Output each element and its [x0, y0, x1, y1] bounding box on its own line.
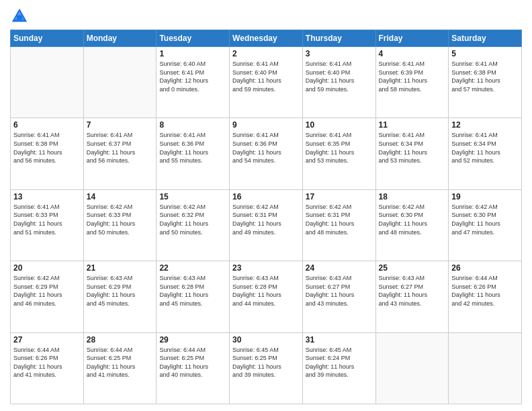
day-cell: 22Sunrise: 6:43 AM Sunset: 6:28 PM Dayli… — [157, 261, 230, 332]
svg-rect-2 — [17, 15, 22, 20]
page: SundayMondayTuesdayWednesdayThursdayFrid… — [0, 0, 532, 411]
day-info: Sunrise: 6:44 AM Sunset: 6:26 PM Dayligh… — [451, 274, 519, 308]
week-row-4: 20Sunrise: 6:42 AM Sunset: 6:29 PM Dayli… — [11, 261, 522, 332]
col-header-tuesday: Tuesday — [157, 30, 230, 47]
day-info: Sunrise: 6:41 AM Sunset: 6:40 PM Dayligh… — [306, 60, 373, 93]
day-cell: 20Sunrise: 6:42 AM Sunset: 6:29 PM Dayli… — [11, 261, 84, 332]
day-info: Sunrise: 6:42 AM Sunset: 6:31 PM Dayligh… — [306, 203, 373, 236]
day-cell — [83, 47, 157, 118]
col-header-friday: Friday — [375, 30, 449, 47]
day-number: 8 — [159, 120, 226, 130]
day-number: 5 — [451, 49, 519, 58]
day-cell: 7Sunrise: 6:41 AM Sunset: 6:37 PM Daylig… — [83, 118, 157, 189]
day-info: Sunrise: 6:41 AM Sunset: 6:36 PM Dayligh… — [159, 131, 226, 165]
day-number: 24 — [306, 263, 373, 273]
day-number: 15 — [159, 192, 226, 201]
day-info: Sunrise: 6:41 AM Sunset: 6:36 PM Dayligh… — [232, 131, 300, 165]
day-cell: 27Sunrise: 6:44 AM Sunset: 6:26 PM Dayli… — [11, 332, 84, 404]
day-cell: 9Sunrise: 6:41 AM Sunset: 6:36 PM Daylig… — [230, 118, 303, 189]
day-cell: 16Sunrise: 6:42 AM Sunset: 6:31 PM Dayli… — [230, 189, 303, 261]
day-cell: 19Sunrise: 6:42 AM Sunset: 6:30 PM Dayli… — [449, 189, 522, 261]
day-number: 28 — [87, 335, 154, 345]
day-number: 29 — [159, 335, 226, 345]
day-number: 14 — [87, 192, 154, 201]
day-cell: 11Sunrise: 6:41 AM Sunset: 6:34 PM Dayli… — [375, 118, 449, 189]
day-cell: 15Sunrise: 6:42 AM Sunset: 6:32 PM Dayli… — [157, 189, 230, 261]
day-info: Sunrise: 6:44 AM Sunset: 6:25 PM Dayligh… — [87, 346, 154, 379]
day-cell: 5Sunrise: 6:41 AM Sunset: 6:38 PM Daylig… — [449, 47, 522, 118]
day-info: Sunrise: 6:43 AM Sunset: 6:29 PM Dayligh… — [87, 274, 154, 308]
day-info: Sunrise: 6:42 AM Sunset: 6:33 PM Dayligh… — [87, 203, 154, 236]
day-cell: 2Sunrise: 6:41 AM Sunset: 6:40 PM Daylig… — [230, 47, 303, 118]
logo — [10, 7, 32, 26]
day-cell: 25Sunrise: 6:43 AM Sunset: 6:27 PM Dayli… — [375, 261, 449, 332]
day-info: Sunrise: 6:42 AM Sunset: 6:30 PM Dayligh… — [379, 203, 446, 236]
day-info: Sunrise: 6:42 AM Sunset: 6:32 PM Dayligh… — [159, 203, 226, 236]
day-number: 7 — [87, 120, 154, 130]
day-info: Sunrise: 6:44 AM Sunset: 6:25 PM Dayligh… — [159, 346, 226, 379]
day-number: 11 — [379, 120, 446, 130]
header — [10, 7, 522, 26]
logo-icon — [10, 7, 29, 26]
day-cell: 26Sunrise: 6:44 AM Sunset: 6:26 PM Dayli… — [449, 261, 522, 332]
day-cell: 17Sunrise: 6:42 AM Sunset: 6:31 PM Dayli… — [302, 189, 375, 261]
day-cell: 24Sunrise: 6:43 AM Sunset: 6:27 PM Dayli… — [302, 261, 375, 332]
day-cell: 18Sunrise: 6:42 AM Sunset: 6:30 PM Dayli… — [375, 189, 449, 261]
day-info: Sunrise: 6:44 AM Sunset: 6:26 PM Dayligh… — [13, 346, 81, 379]
day-number: 23 — [232, 263, 300, 273]
day-info: Sunrise: 6:41 AM Sunset: 6:38 PM Dayligh… — [13, 131, 81, 165]
day-cell — [449, 332, 522, 404]
day-info: Sunrise: 6:42 AM Sunset: 6:29 PM Dayligh… — [13, 274, 81, 308]
day-info: Sunrise: 6:45 AM Sunset: 6:24 PM Dayligh… — [306, 346, 373, 379]
day-number: 1 — [159, 49, 226, 58]
day-number: 12 — [451, 120, 519, 130]
day-number: 17 — [306, 192, 373, 201]
day-number: 13 — [13, 192, 81, 201]
day-info: Sunrise: 6:43 AM Sunset: 6:27 PM Dayligh… — [306, 274, 373, 308]
day-info: Sunrise: 6:41 AM Sunset: 6:34 PM Dayligh… — [379, 131, 446, 165]
day-number: 4 — [379, 49, 446, 58]
day-info: Sunrise: 6:41 AM Sunset: 6:39 PM Dayligh… — [379, 60, 446, 93]
day-cell: 1Sunrise: 6:40 AM Sunset: 6:41 PM Daylig… — [157, 47, 230, 118]
day-info: Sunrise: 6:43 AM Sunset: 6:27 PM Dayligh… — [379, 274, 446, 308]
day-number: 26 — [451, 263, 519, 273]
day-number: 25 — [379, 263, 446, 273]
day-number: 6 — [13, 120, 81, 130]
day-cell: 23Sunrise: 6:43 AM Sunset: 6:28 PM Dayli… — [230, 261, 303, 332]
day-cell: 6Sunrise: 6:41 AM Sunset: 6:38 PM Daylig… — [11, 118, 84, 189]
day-cell: 3Sunrise: 6:41 AM Sunset: 6:40 PM Daylig… — [302, 47, 375, 118]
col-header-wednesday: Wednesday — [230, 30, 303, 47]
day-number: 2 — [232, 49, 300, 58]
week-row-3: 13Sunrise: 6:41 AM Sunset: 6:33 PM Dayli… — [11, 189, 522, 261]
day-cell: 29Sunrise: 6:44 AM Sunset: 6:25 PM Dayli… — [157, 332, 230, 404]
day-number: 9 — [232, 120, 300, 130]
day-number: 30 — [232, 335, 300, 345]
col-header-saturday: Saturday — [449, 30, 522, 47]
day-cell: 13Sunrise: 6:41 AM Sunset: 6:33 PM Dayli… — [11, 189, 84, 261]
day-info: Sunrise: 6:41 AM Sunset: 6:40 PM Dayligh… — [232, 60, 300, 93]
day-info: Sunrise: 6:43 AM Sunset: 6:28 PM Dayligh… — [232, 274, 300, 308]
day-number: 19 — [451, 192, 519, 201]
week-row-5: 27Sunrise: 6:44 AM Sunset: 6:26 PM Dayli… — [11, 332, 522, 404]
calendar-table: SundayMondayTuesdayWednesdayThursdayFrid… — [10, 30, 522, 404]
day-info: Sunrise: 6:42 AM Sunset: 6:31 PM Dayligh… — [232, 203, 300, 236]
day-info: Sunrise: 6:41 AM Sunset: 6:34 PM Dayligh… — [451, 131, 519, 165]
day-cell: 28Sunrise: 6:44 AM Sunset: 6:25 PM Dayli… — [83, 332, 157, 404]
day-cell: 31Sunrise: 6:45 AM Sunset: 6:24 PM Dayli… — [302, 332, 375, 404]
day-number: 20 — [13, 263, 81, 273]
day-info: Sunrise: 6:41 AM Sunset: 6:38 PM Dayligh… — [451, 60, 519, 93]
day-info: Sunrise: 6:40 AM Sunset: 6:41 PM Dayligh… — [159, 60, 226, 93]
day-number: 27 — [13, 335, 81, 345]
day-number: 31 — [306, 335, 373, 345]
day-info: Sunrise: 6:41 AM Sunset: 6:33 PM Dayligh… — [13, 203, 81, 236]
day-info: Sunrise: 6:43 AM Sunset: 6:28 PM Dayligh… — [159, 274, 226, 308]
day-cell: 10Sunrise: 6:41 AM Sunset: 6:35 PM Dayli… — [302, 118, 375, 189]
day-number: 16 — [232, 192, 300, 201]
day-number: 3 — [306, 49, 373, 58]
day-cell: 8Sunrise: 6:41 AM Sunset: 6:36 PM Daylig… — [157, 118, 230, 189]
week-row-1: 1Sunrise: 6:40 AM Sunset: 6:41 PM Daylig… — [11, 47, 522, 118]
day-info: Sunrise: 6:41 AM Sunset: 6:37 PM Dayligh… — [87, 131, 154, 165]
calendar-header-row: SundayMondayTuesdayWednesdayThursdayFrid… — [11, 30, 522, 47]
day-cell: 21Sunrise: 6:43 AM Sunset: 6:29 PM Dayli… — [83, 261, 157, 332]
day-cell — [375, 332, 449, 404]
